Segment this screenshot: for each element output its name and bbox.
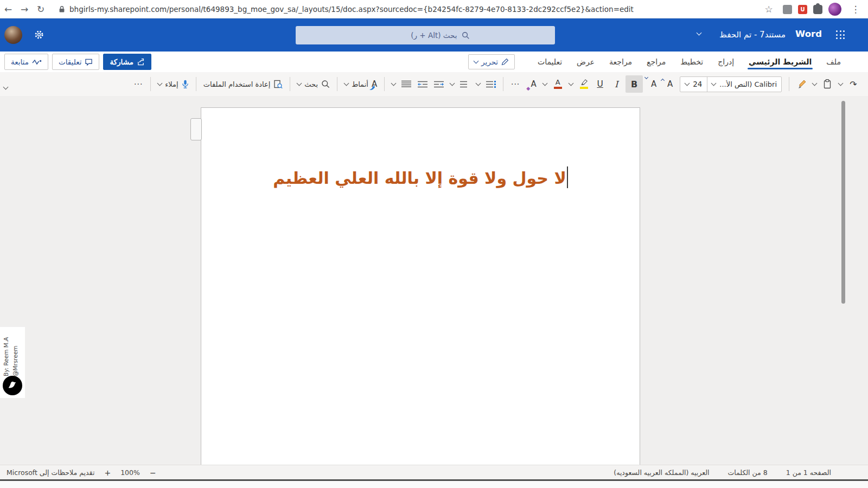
format-painter-icon bbox=[797, 80, 806, 89]
feedback-link[interactable]: تقديم ملاحظات إلى Microsoft bbox=[7, 468, 94, 477]
editing-mode-button[interactable]: تحرير bbox=[468, 54, 515, 69]
undo-button[interactable]: ↷ bbox=[846, 75, 860, 93]
highlighter-icon bbox=[580, 79, 588, 86]
font-controls: Calibri (النص الأ... 24 bbox=[680, 76, 782, 92]
font-color-swatch bbox=[554, 87, 562, 89]
shrink-font-button[interactable]: A bbox=[645, 75, 659, 93]
settings-gear-icon[interactable] bbox=[34, 29, 44, 42]
search-box[interactable] bbox=[296, 26, 555, 44]
tab-review[interactable]: مراجعة bbox=[609, 52, 632, 72]
reload-icon[interactable]: ↻ bbox=[33, 4, 49, 15]
grow-font-button[interactable]: A bbox=[661, 75, 675, 93]
dictate-button[interactable]: إملاء bbox=[156, 75, 190, 93]
styles-icon: A bbox=[372, 79, 377, 89]
numbering-button[interactable]: 123 bbox=[458, 75, 472, 93]
comments-button[interactable]: تعليقات bbox=[52, 54, 99, 70]
zoom-out-button[interactable]: − bbox=[150, 468, 156, 477]
comment-icon bbox=[85, 58, 93, 66]
font-color-dropdown-chevron-icon[interactable] bbox=[541, 83, 548, 85]
zoom-level[interactable]: 100% bbox=[120, 468, 140, 477]
forward-icon[interactable]: → bbox=[16, 4, 33, 15]
page-side-handle[interactable] bbox=[190, 118, 202, 140]
font-name-value: Calibri (النص الأ... bbox=[719, 80, 777, 88]
reuse-files-button[interactable]: إعادة استخدام الملفات bbox=[201, 75, 285, 93]
app-launcher-icon[interactable] bbox=[836, 30, 845, 40]
font-color-button[interactable]: A bbox=[551, 75, 565, 93]
styles-button[interactable]: A أنماط bbox=[342, 75, 379, 93]
address-bar[interactable]: bhgirls-my.sharepoint.com/personal/t6498… bbox=[69, 5, 634, 14]
tab-references[interactable]: مراجع bbox=[647, 52, 666, 72]
indent-right-icon bbox=[434, 80, 444, 88]
text-cursor bbox=[567, 166, 568, 188]
adblock-extension-icon[interactable]: U bbox=[798, 5, 807, 14]
paste-button[interactable] bbox=[820, 75, 834, 93]
document-paragraph[interactable]: لا حول ولا قوة إلا بالله العلي العظيم bbox=[201, 166, 640, 188]
italic-button[interactable]: I bbox=[609, 75, 623, 93]
share-button[interactable]: مشاركة bbox=[103, 54, 151, 70]
font-color-glyph: A bbox=[556, 79, 560, 86]
font-size-select[interactable]: 24 bbox=[680, 80, 707, 88]
bookmark-star-icon[interactable]: ☆ bbox=[761, 4, 777, 15]
search-input[interactable] bbox=[381, 31, 457, 40]
chrome-actions: ☆ U ⋮ bbox=[761, 0, 864, 18]
formatting-toolbar: ↷ Calibri (النص الأ... 24 A A B I U A bbox=[0, 72, 868, 96]
bold-button[interactable]: B bbox=[626, 75, 643, 93]
tab-file[interactable]: ملف bbox=[826, 52, 841, 72]
find-button[interactable]: بحث bbox=[295, 75, 332, 93]
tab-help[interactable]: تعليمات bbox=[538, 52, 562, 72]
more-font-options-button[interactable]: ··· bbox=[508, 75, 522, 93]
language-indicator[interactable]: العربيه (المملكه العربيه السعوديه) bbox=[614, 468, 709, 477]
font-name-select[interactable]: Calibri (النص الأ... bbox=[707, 80, 781, 88]
text-effects-button[interactable]: A ◆ bbox=[525, 75, 539, 93]
document-title[interactable]: مستند7 - تم الحفظ bbox=[719, 30, 786, 40]
extension-icon[interactable] bbox=[783, 5, 792, 14]
paste-dropdown-chevron-icon[interactable] bbox=[810, 83, 818, 85]
numbering-dropdown-chevron-icon[interactable] bbox=[448, 83, 456, 85]
numbered-list-icon: 123 bbox=[460, 80, 470, 88]
word-count[interactable]: 8 من الكلمات bbox=[727, 468, 767, 477]
tab-layout[interactable]: تخطيط bbox=[680, 52, 703, 72]
puzzle-extension-icon[interactable] bbox=[813, 5, 822, 14]
undo-dropdown-chevron-icon[interactable] bbox=[837, 83, 844, 85]
decrease-indent-button[interactable] bbox=[416, 75, 430, 93]
chevron-down-icon bbox=[474, 59, 479, 64]
bullets-dropdown-chevron-icon[interactable] bbox=[474, 83, 482, 85]
editing-label: تحرير bbox=[481, 57, 498, 66]
divider bbox=[150, 77, 151, 91]
follow-icon bbox=[32, 59, 42, 65]
clipboard-icon bbox=[823, 79, 832, 89]
zoom-in-button[interactable]: + bbox=[104, 468, 111, 477]
padlock-icon[interactable] bbox=[59, 5, 65, 13]
app-name[interactable]: Word bbox=[795, 29, 822, 39]
caret-down-icon bbox=[644, 75, 648, 79]
vertical-scrollbar[interactable] bbox=[841, 101, 845, 304]
increase-indent-button[interactable] bbox=[432, 75, 446, 93]
reuse-files-icon bbox=[273, 80, 283, 89]
highlight-button[interactable] bbox=[577, 75, 591, 93]
bullets-button[interactable] bbox=[484, 75, 498, 93]
status-bar: الصفحه 1 من 1 8 من الكلمات العربيه (المم… bbox=[0, 465, 868, 479]
more-commands-button[interactable]: ··· bbox=[131, 75, 145, 93]
divider bbox=[196, 77, 196, 91]
underline-button[interactable]: U bbox=[593, 75, 607, 93]
tab-insert[interactable]: إدراج bbox=[718, 52, 734, 72]
divider bbox=[290, 77, 290, 91]
chevron-down-icon[interactable] bbox=[697, 30, 702, 36]
browser-menu-icon[interactable]: ⋮ bbox=[847, 4, 864, 15]
follow-label: متابعة bbox=[11, 57, 29, 66]
divider bbox=[707, 77, 707, 92]
back-icon[interactable]: ← bbox=[0, 4, 16, 15]
format-painter-button[interactable] bbox=[794, 75, 808, 93]
reuse-files-label: إعادة استخدام الملفات bbox=[203, 80, 271, 88]
find-label: بحث bbox=[304, 80, 318, 88]
follow-button[interactable]: متابعة bbox=[4, 54, 48, 70]
account-avatar[interactable] bbox=[4, 26, 22, 44]
tab-view[interactable]: عرض bbox=[577, 52, 595, 72]
alignment-button[interactable] bbox=[399, 75, 413, 93]
alignment-dropdown-chevron-icon[interactable] bbox=[390, 83, 397, 85]
tab-home[interactable]: الشريط الرئيسي bbox=[749, 52, 812, 72]
highlight-dropdown-chevron-icon[interactable] bbox=[567, 83, 575, 85]
browser-profile-avatar[interactable] bbox=[828, 3, 841, 16]
page-indicator[interactable]: الصفحه 1 من 1 bbox=[786, 468, 831, 477]
document-page[interactable]: لا حول ولا قوة إلا بالله العلي العظيم bbox=[201, 107, 640, 465]
